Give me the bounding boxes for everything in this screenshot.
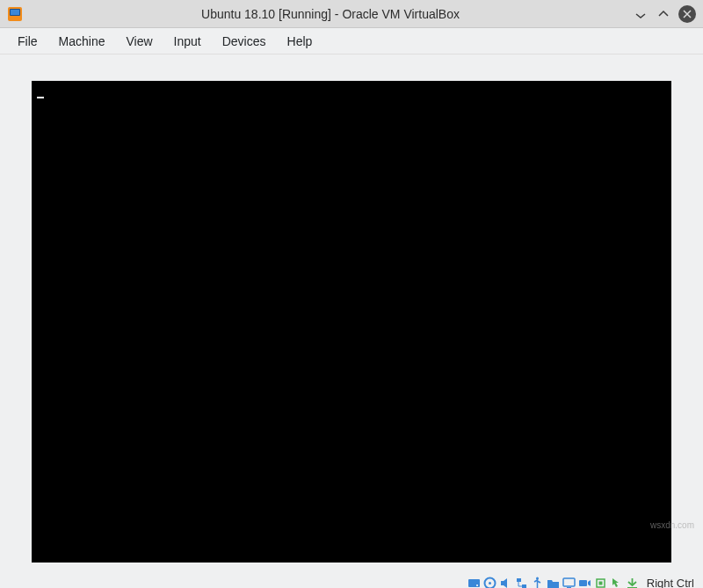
hostkey-label[interactable]: Right Ctrl bbox=[647, 577, 694, 589]
window-controls bbox=[633, 5, 696, 23]
virtualbox-icon bbox=[7, 6, 23, 22]
keyboard-capture-icon[interactable] bbox=[626, 576, 640, 588]
menu-view[interactable]: View bbox=[117, 31, 161, 52]
svg-rect-14 bbox=[599, 581, 603, 584]
menu-help[interactable]: Help bbox=[279, 31, 322, 52]
svg-rect-12 bbox=[579, 580, 587, 586]
menu-devices[interactable]: Devices bbox=[214, 31, 275, 52]
maximize-button[interactable] bbox=[656, 6, 671, 22]
watermark-text: wsxdn.com bbox=[650, 520, 694, 530]
close-button[interactable] bbox=[678, 5, 696, 23]
terminal-cursor bbox=[37, 97, 44, 98]
shared-folder-icon[interactable] bbox=[547, 576, 561, 588]
vm-display[interactable] bbox=[32, 81, 671, 563]
menu-machine[interactable]: Machine bbox=[50, 31, 114, 52]
display-icon[interactable] bbox=[562, 576, 576, 588]
menubar: File Machine View Input Devices Help bbox=[0, 28, 703, 54]
svg-rect-10 bbox=[563, 578, 575, 586]
menu-file[interactable]: File bbox=[9, 31, 47, 52]
content-area: wsxdn.com bbox=[0, 54, 703, 571]
svg-rect-7 bbox=[517, 578, 521, 582]
recording-icon[interactable] bbox=[578, 576, 592, 588]
audio-icon[interactable] bbox=[499, 576, 513, 588]
optical-icon[interactable] bbox=[483, 576, 497, 588]
svg-rect-8 bbox=[522, 584, 526, 588]
network-icon[interactable] bbox=[515, 576, 529, 588]
mouse-capture-icon[interactable] bbox=[610, 576, 624, 588]
svg-rect-2 bbox=[11, 10, 19, 15]
minimize-button[interactable] bbox=[633, 6, 649, 22]
usb-icon[interactable] bbox=[531, 576, 545, 588]
menu-input[interactable]: Input bbox=[165, 31, 210, 52]
svg-point-6 bbox=[489, 582, 491, 584]
svg-rect-3 bbox=[468, 579, 480, 587]
cpu-icon[interactable] bbox=[594, 576, 608, 588]
window-title: Ubuntu 18.10 [Running] - Oracle VM Virtu… bbox=[28, 7, 633, 21]
harddisk-icon[interactable] bbox=[467, 576, 482, 588]
svg-point-9 bbox=[536, 577, 539, 579]
window-titlebar: Ubuntu 18.10 [Running] - Oracle VM Virtu… bbox=[0, 0, 703, 28]
statusbar: Right Ctrl bbox=[0, 571, 703, 588]
svg-point-4 bbox=[476, 584, 478, 586]
